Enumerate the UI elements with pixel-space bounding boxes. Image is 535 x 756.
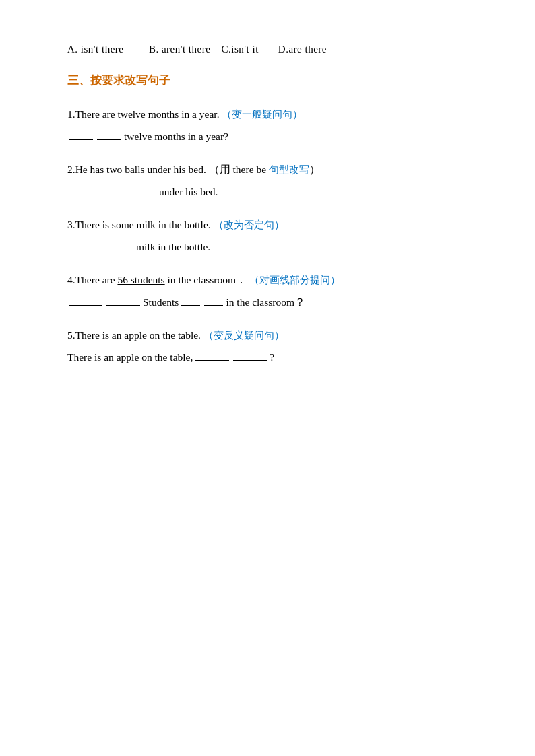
question-1: 1.There are twelve months in a year. （变一… — [67, 104, 481, 147]
q2-hint-blue: 句型改写 — [269, 164, 309, 175]
q5-answer-suffix: ? — [270, 347, 274, 368]
option-a: A. isn't there — [67, 44, 123, 55]
q2-blank3 — [115, 183, 133, 195]
question-5: 5.There is an apple on the table. （变反义疑问… — [67, 324, 481, 368]
q5-answer: There is an apple on the table, ? — [67, 347, 481, 368]
q2-text: 2.He has two balls under his bed. （用 the… — [67, 159, 481, 180]
q3-blank1 — [69, 238, 88, 250]
q5-hint: （变反义疑问句） — [203, 330, 284, 341]
option-c: C.isn't it — [222, 44, 259, 55]
q5-text: 5.There is an apple on the table. （变反义疑问… — [67, 324, 481, 345]
options-line: A. isn't there B. aren't there C.isn't i… — [67, 40, 481, 59]
q1-answer: twelve months in a year? — [67, 126, 481, 147]
section-title: 三、按要求改写句子 — [67, 71, 481, 92]
q3-answer-suffix: milk in the bottle. — [136, 236, 210, 257]
q5-answer-prefix: There is an apple on the table, — [67, 347, 193, 368]
q4-blank1 — [69, 294, 102, 306]
question-4: 4.There are 56 students in the classroom… — [67, 269, 481, 312]
q3-text: 3.There is some milk in the bottle. （改为否… — [67, 214, 481, 235]
q1-blank1 — [69, 128, 93, 140]
q2-blank4 — [137, 183, 156, 195]
option-b: B. aren't there — [149, 44, 210, 55]
q4-hint: （对画线部分提问） — [249, 275, 340, 285]
q4-blank3 — [181, 294, 200, 306]
q2-blank1 — [69, 183, 88, 195]
q1-blank2 — [97, 128, 121, 140]
q4-answer-suffix: in the classroom？ — [226, 291, 305, 312]
q2-blank2 — [92, 183, 111, 195]
q4-students: Students — [143, 291, 179, 312]
option-d: D.are there — [278, 44, 327, 55]
q2-answer: under his bed. — [67, 181, 481, 202]
question-2: 2.He has two balls under his bed. （用 the… — [67, 159, 481, 202]
q4-blank4 — [204, 294, 223, 306]
q3-answer: milk in the bottle. — [67, 236, 481, 257]
q5-blank1 — [195, 349, 229, 361]
q5-blank2 — [233, 349, 267, 361]
q3-blank3 — [115, 238, 133, 250]
q4-text: 4.There are 56 students in the classroom… — [67, 269, 481, 290]
q1-hint: （变一般疑问句） — [222, 109, 303, 120]
question-3: 3.There is some milk in the bottle. （改为否… — [67, 214, 481, 257]
q4-blank2 — [106, 294, 140, 306]
q2-answer-suffix: under his bed. — [159, 181, 218, 202]
q1-text: 1.There are twelve months in a year. （变一… — [67, 104, 481, 125]
q3-blank2 — [92, 238, 111, 250]
q1-answer-suffix: twelve months in a year? — [124, 126, 228, 147]
q4-answer: Students in the classroom？ — [67, 291, 481, 312]
q3-hint: （改为否定句） — [214, 219, 284, 230]
q4-underline: 56 students — [117, 274, 164, 285]
